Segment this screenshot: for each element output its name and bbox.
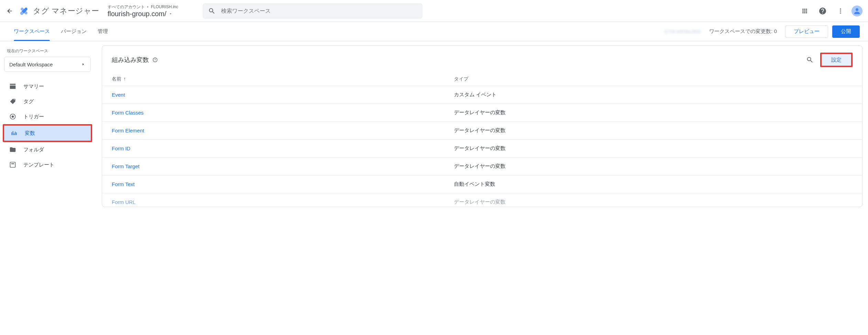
workspace-label: 現在のワークスペース xyxy=(3,47,92,57)
account-container-picker[interactable]: すべてのアカウント FLOURISH.inc flourish-group.co… xyxy=(108,4,197,18)
breadcrumb-accounts: すべてのアカウント xyxy=(108,4,145,10)
product-name: タグ マネージャー xyxy=(33,6,99,16)
back-button[interactable] xyxy=(3,4,17,18)
variable-type: データレイヤーの変数 xyxy=(444,140,862,158)
template-icon xyxy=(9,161,17,169)
caret-down-icon xyxy=(169,12,173,16)
sidebar-item-label: タグ xyxy=(23,98,34,105)
variable-name-link[interactable]: Form URL xyxy=(112,199,135,205)
variable-name-link[interactable]: Event xyxy=(112,92,125,98)
variable-name-link[interactable]: Form Target xyxy=(112,163,140,169)
variable-name-link[interactable]: Form Classes xyxy=(112,110,144,116)
variable-type: 自動イベント変数 xyxy=(444,175,862,193)
variable-type: データレイヤーの変数 xyxy=(444,122,862,140)
help-outline-icon[interactable]: ? xyxy=(152,57,158,63)
builtin-variables-table: 名前↑ タイプ Eventカスタム イベントForm Classesデータレイヤ… xyxy=(102,73,862,207)
table-row[interactable]: Form Classesデータレイヤーの変数 xyxy=(102,104,862,122)
apps-icon xyxy=(801,8,808,14)
folder-icon xyxy=(9,146,17,153)
tab-admin[interactable]: 管理 xyxy=(92,22,113,41)
card-search-button[interactable] xyxy=(803,53,817,67)
variable-type: データレイヤーの変数 xyxy=(444,193,862,207)
apps-button[interactable] xyxy=(798,4,812,18)
sidebar-item-label: サマリー xyxy=(23,83,44,90)
variable-name-link[interactable]: Form ID xyxy=(112,145,130,151)
variable-name-link[interactable]: Form Element xyxy=(112,128,144,133)
sidebar-item-templates[interactable]: テンプレート xyxy=(3,157,92,172)
svg-text:?: ? xyxy=(154,58,156,62)
tab-workspace[interactable]: ワークスペース xyxy=(8,22,55,41)
sidebar-item-triggers[interactable]: トリガー xyxy=(3,109,92,124)
help-icon xyxy=(818,7,827,15)
search-box[interactable] xyxy=(203,3,423,19)
workspace-name: Default Workspace xyxy=(9,62,53,67)
table-row[interactable]: Form Targetデータレイヤーの変数 xyxy=(102,158,862,175)
builtin-variables-card: 組み込み変数 ? 設定 名前↑ タイプ Eventカスタム イベントForm C… xyxy=(102,45,862,207)
sidebar-item-label: 変数 xyxy=(25,130,35,137)
more-button[interactable] xyxy=(834,4,847,18)
main-panel: 組み込み変数 ? 設定 名前↑ タイプ Eventカスタム イベントForm C… xyxy=(96,41,868,335)
sidebar-item-folders[interactable]: フォルダ xyxy=(3,142,92,157)
sidebar-item-tags[interactable]: タグ xyxy=(3,94,92,109)
table-row[interactable]: Form Elementデータレイヤーの変数 xyxy=(102,122,862,140)
variable-name-link[interactable]: Form Text xyxy=(112,181,134,187)
search-icon xyxy=(208,7,216,15)
arrow-left-icon xyxy=(6,8,13,14)
chevron-right-icon xyxy=(81,62,86,67)
search-input[interactable] xyxy=(221,8,417,14)
gtm-logo-icon xyxy=(18,5,30,17)
chevron-right-icon xyxy=(146,5,150,9)
svg-rect-10 xyxy=(11,163,14,164)
svg-rect-9 xyxy=(10,162,15,168)
help-button[interactable] xyxy=(816,4,829,18)
tag-icon xyxy=(9,98,17,105)
sort-asc-icon: ↑ xyxy=(123,76,126,82)
target-icon xyxy=(9,113,17,120)
svg-point-3 xyxy=(840,8,841,9)
variable-type: データレイヤーの変数 xyxy=(444,158,862,175)
sidebar-item-summary[interactable]: サマリー xyxy=(3,79,92,94)
breadcrumb-account: FLOURISH.inc xyxy=(151,4,178,9)
col-name[interactable]: 名前↑ xyxy=(102,73,444,86)
sidebar-item-label: テンプレート xyxy=(23,162,54,168)
variable-type: データレイヤーの変数 xyxy=(444,104,862,122)
more-vert-icon xyxy=(837,8,844,14)
tab-versions[interactable]: バージョン xyxy=(55,22,92,41)
sidebar-item-label: フォルダ xyxy=(23,147,44,153)
table-row[interactable]: Form IDデータレイヤーの変数 xyxy=(102,140,862,158)
container-name: flourish-group.com/ xyxy=(108,10,166,18)
sidebar-item-label: トリガー xyxy=(23,114,44,120)
variable-icon xyxy=(10,129,18,137)
svg-point-8 xyxy=(12,116,14,118)
variable-type: カスタム イベント xyxy=(444,86,862,104)
svg-point-4 xyxy=(840,10,841,11)
preview-button[interactable]: プレビュー xyxy=(785,25,828,38)
configure-button[interactable]: 設定 xyxy=(820,53,853,67)
svg-point-6 xyxy=(856,8,858,11)
header-actions xyxy=(798,4,862,18)
app-header: タグ マネージャー すべてのアカウント FLOURISH.inc flouris… xyxy=(0,0,868,22)
table-row[interactable]: Eventカスタム イベント xyxy=(102,86,862,104)
sidebar-item-variables[interactable]: 変数 xyxy=(4,126,91,141)
table-row[interactable]: Form URLデータレイヤーの変数 xyxy=(102,193,862,207)
publish-button[interactable]: 公開 xyxy=(832,25,860,38)
workspace-changes-count[interactable]: ワークスペースでの変更数: 0 xyxy=(709,28,777,35)
workspace-selector[interactable]: Default Workspace xyxy=(4,57,91,72)
search-icon xyxy=(806,56,814,64)
breadcrumb: すべてのアカウント FLOURISH.inc xyxy=(108,4,197,10)
svg-point-5 xyxy=(840,12,841,13)
table-row[interactable]: Form Text自動イベント変数 xyxy=(102,175,862,193)
user-icon xyxy=(853,7,861,15)
col-type[interactable]: タイプ xyxy=(444,73,862,86)
dashboard-icon xyxy=(9,83,17,90)
workspace-tabs: ワークスペース バージョン 管理 GTM-MR9MJBW ワークスペースでの変更… xyxy=(0,22,868,41)
gtm-id[interactable]: GTM-MR9MJBW xyxy=(664,29,701,34)
card-title: 組み込み変数 xyxy=(112,56,149,64)
sidebar: 現在のワークスペース Default Workspace サマリー タグ トリガ… xyxy=(0,41,96,335)
avatar[interactable] xyxy=(851,6,862,17)
